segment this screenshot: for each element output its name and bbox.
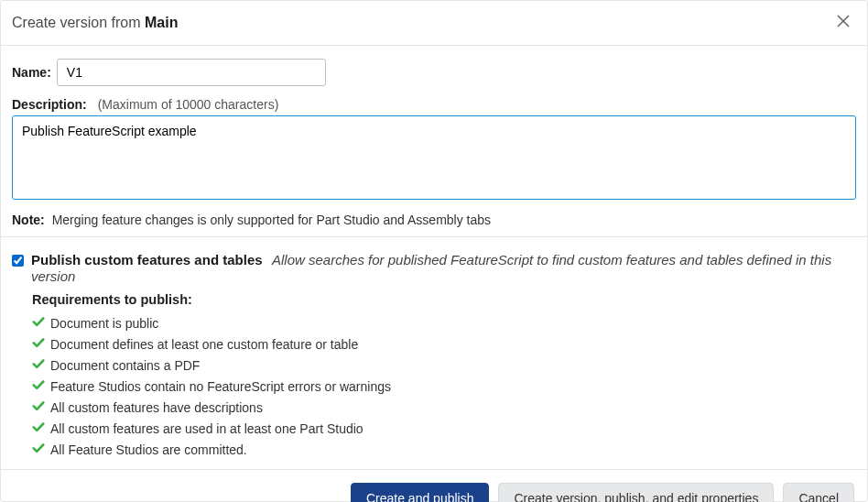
requirement-item: All Feature Studios are committed. [32,439,856,460]
requirement-item: Document is public [32,312,856,333]
dialog-header: Create version from Main [1,1,867,46]
create-and-publish-button[interactable]: Create and publish [351,483,490,502]
requirement-text: All Feature Studios are committed. [50,442,247,457]
requirement-text: Document contains a PDF [50,358,200,373]
requirement-text: Document defines at least one custom fea… [50,337,358,352]
create-publish-edit-button[interactable]: Create version, publish, and edit proper… [498,483,774,502]
requirements-list: Document is publicDocument defines at le… [32,312,856,460]
title-prefix: Create version from [12,15,141,30]
requirement-item: Document defines at least one custom fea… [32,333,856,355]
note-row: Note: Merging feature changes is only su… [12,213,856,227]
title-target: Main [145,15,178,30]
requirement-item: Document contains a PDF [32,355,856,376]
cancel-button[interactable]: Cancel [783,483,854,502]
publish-checkbox[interactable] [12,255,24,267]
publish-row: Publish custom features and tables Allow… [12,252,856,285]
name-row: Name: [12,59,856,86]
description-label: Description: [12,97,87,112]
publish-label: Publish custom features and tables [31,252,263,267]
check-icon [32,336,45,352]
create-version-dialog: Create version from Main Name: Descripti… [0,0,868,502]
note-label: Note: [12,213,45,227]
check-icon [32,315,45,331]
description-label-row: Description: (Maximum of 10000 character… [12,97,856,112]
requirement-text: Feature Studios contain no FeatureScript… [50,379,391,394]
requirement-text: All custom features have descriptions [50,400,263,415]
requirements: Requirements to publish: Document is pub… [32,292,856,460]
check-icon [32,399,45,415]
requirement-item: All custom features are used in at least… [32,418,856,439]
check-icon [32,357,45,373]
name-input[interactable] [57,59,326,86]
publish-text-wrap: Publish custom features and tables Allow… [31,252,856,285]
name-label: Name: [12,65,51,80]
dialog-footer: Create and publish Create version, publi… [1,470,867,502]
check-icon [32,420,45,436]
check-icon [32,442,45,457]
check-icon [32,378,45,394]
requirement-item: Feature Studios contain no FeatureScript… [32,376,856,397]
dialog-title: Create version from Main [12,15,178,31]
requirements-title: Requirements to publish: [32,292,856,307]
close-icon[interactable] [836,14,851,32]
description-hint: (Maximum of 10000 characters) [98,97,279,112]
requirement-text: Document is public [50,316,158,331]
dialog-body: Name: Description: (Maximum of 10000 cha… [1,46,867,237]
note-text: Merging feature changes is only supporte… [52,213,491,227]
requirement-text: All custom features are used in at least… [50,421,363,436]
publish-section: Publish custom features and tables Allow… [1,237,867,470]
requirement-item: All custom features have descriptions [32,397,856,418]
description-input[interactable] [12,115,856,200]
